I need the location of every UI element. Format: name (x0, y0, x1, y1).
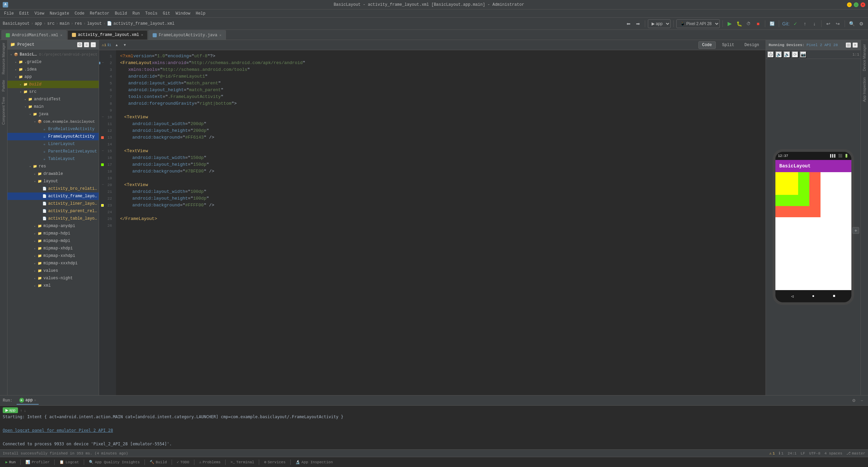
menu-view[interactable]: View (32, 11, 47, 17)
git-button[interactable]: Git: (782, 20, 790, 28)
settings-button[interactable]: ⚙ (857, 20, 865, 28)
breadcrumb-app[interactable]: app (35, 21, 42, 26)
breadcrumb-layout[interactable]: layout (87, 21, 102, 26)
git-pull[interactable]: ↓ (810, 20, 818, 28)
git-commit[interactable]: ✓ (791, 20, 799, 28)
code-lines-content[interactable]: <?xml version="1.0" encoding="utf-8"?> <… (116, 50, 766, 395)
tree-item-table-xml[interactable]: ▸ 📄 activity_table_layout.xml (7, 215, 99, 222)
breadcrumb-file[interactable]: activity_frame_layout.xml (113, 21, 174, 26)
tab-framelayout-xml-close[interactable]: ✕ (141, 33, 143, 37)
tree-item-drawable[interactable]: ▸ 📁 drawable (7, 170, 99, 178)
tree-item-frame-xml[interactable]: ▸ 📄 activity_frame_layout.xml (7, 192, 99, 200)
git-push[interactable]: ↑ (801, 20, 809, 28)
device-dropdown[interactable]: 📱 Pixel 2 API 28 (676, 19, 720, 28)
breadcrumb-src[interactable]: src (47, 21, 55, 26)
tab-framelayout-java-close[interactable]: ✕ (219, 33, 221, 37)
app-dropdown[interactable]: ▶ app (648, 19, 671, 28)
device-rotate[interactable]: ⟳ (792, 51, 798, 58)
right-tab-app-inspection[interactable]: App Inspection (861, 75, 868, 105)
run-tab-app[interactable]: ▶ app ✕ (17, 397, 39, 405)
tree-item-res[interactable]: ▾ 📁 res (7, 163, 99, 170)
code-content[interactable]: 1 − 2 3 4 5 6 7 8 9 − 10 11 12 (99, 50, 766, 395)
tree-item-build[interactable]: ▸ 📁 build (7, 81, 99, 88)
device-vol-up[interactable]: 🔊 (775, 51, 782, 58)
menu-navigate[interactable]: Navigate (47, 11, 72, 17)
menu-edit[interactable]: Edit (17, 11, 32, 17)
device-power-btn[interactable]: ⏻ (767, 51, 774, 58)
taskbar-app-quality[interactable]: 🔍 App Quality Insights (86, 459, 142, 465)
toolbar-forward-button[interactable]: ➡ (634, 20, 642, 28)
menu-tools[interactable]: Tools (142, 11, 160, 17)
tree-item-main[interactable]: ▾ 📁 main (7, 103, 99, 110)
breadcrumb-res[interactable]: res (75, 21, 82, 26)
device-name[interactable]: Pixel 2 API 28 (807, 43, 838, 47)
run-minimize-btn[interactable]: − (859, 397, 865, 404)
device-fullscreen-btn[interactable]: ⊞ (846, 42, 851, 48)
device-close-btn[interactable]: ✕ (852, 42, 858, 48)
undo-button[interactable]: ↩ (824, 20, 832, 28)
run-down-btn[interactable]: ↓ (24, 408, 26, 412)
taskbar-run[interactable]: ▶ Run (3, 459, 18, 465)
menu-git[interactable]: Git (160, 11, 173, 17)
tree-item-idea[interactable]: ▸ 📁 .idea (7, 66, 99, 73)
left-tab-resource-manager[interactable]: Resource Manager (0, 40, 7, 77)
tree-item-parent[interactable]: ▸ ☕ ParentRelativeLayout (7, 148, 99, 155)
view-code-button[interactable]: Code (698, 41, 716, 49)
tab-androidmanifest-close[interactable]: ✕ (60, 33, 62, 37)
taskbar-services[interactable]: ⚙ Services (261, 459, 288, 465)
search-button[interactable]: 🔍 (848, 20, 856, 28)
panel-icon-gear[interactable]: ⚙ (77, 42, 82, 47)
tree-item-liner-xml[interactable]: ▸ 📄 activity_liner_layout.xml (7, 200, 99, 207)
panel-icon-menu[interactable]: ≡ (84, 42, 89, 47)
left-tab-component-tree[interactable]: Component Tree (0, 94, 7, 127)
phone-nav-home[interactable]: ● (810, 293, 816, 300)
device-vol-down[interactable]: 🔉 (784, 51, 790, 58)
breadcrumb-basiclayout[interactable]: BasicLayout (3, 21, 30, 26)
taskbar-build[interactable]: 🔨 Build (147, 459, 170, 465)
phone-nav-recents[interactable]: ■ (831, 293, 837, 300)
tree-item-mipmap-hdpi[interactable]: ▸ 📁 mipmap-hdpi (7, 230, 99, 237)
taskbar-todo[interactable]: ✓ TODO (174, 459, 192, 465)
tree-item-bro-xml[interactable]: ▸ 📄 activity_bro_relative.xml (7, 185, 99, 192)
menu-window[interactable]: Window (173, 11, 193, 17)
profile-button[interactable]: ⏱ (745, 20, 753, 28)
panel-icon-minimize[interactable]: − (91, 42, 96, 47)
debug-button[interactable]: 🐛 (735, 20, 743, 28)
minimize-button[interactable]: − (847, 2, 852, 7)
stop-button[interactable]: ■ (754, 20, 762, 28)
toolbar-back-button[interactable]: ⬅ (624, 20, 633, 28)
menu-run[interactable]: Run (130, 11, 142, 17)
run-tab-close[interactable]: ✕ (34, 398, 36, 402)
tree-item-parent-xml[interactable]: ▸ 📄 activity_parent_relative.xml (7, 207, 99, 215)
taskbar-logcat[interactable]: 📋 Logcat (57, 459, 82, 465)
taskbar-terminal[interactable]: >_ Terminal (228, 459, 257, 465)
view-split-button[interactable]: Split (718, 41, 738, 49)
nav-down-btn[interactable]: ▼ (121, 41, 129, 49)
tree-item-mipmap-anydpi[interactable]: ▸ 📁 mipmap-anydpi (7, 222, 99, 230)
run-button[interactable]: ▶ (726, 20, 734, 28)
taskbar-app-inspection[interactable]: 🔬 App Inspection (293, 459, 335, 465)
menu-file[interactable]: File (1, 11, 17, 17)
sync-button[interactable]: 🔄 (768, 20, 776, 28)
menu-code[interactable]: Code (72, 11, 87, 17)
breadcrumb-main[interactable]: main (60, 21, 70, 26)
tree-item-xml[interactable]: ▸ 📁 xml (7, 282, 99, 289)
run-up-btn[interactable]: ↑ (20, 408, 22, 412)
tree-item-mipmap-xxxhdpi[interactable]: ▸ 📁 mipmap-xxxhdpi (7, 260, 99, 267)
tree-item-src[interactable]: ▾ 📁 src (7, 88, 99, 96)
tree-item-liner[interactable]: ▸ ☕ LinerLayout (7, 140, 99, 148)
logcat-link[interactable]: Open logcat panel for emulator Pixel 2 A… (3, 428, 113, 433)
menu-build[interactable]: Build (112, 11, 130, 17)
device-screenshot[interactable]: 📷 (800, 51, 807, 58)
left-tab-palette[interactable]: Palette (0, 77, 7, 94)
redo-button[interactable]: ↪ (834, 20, 842, 28)
run-settings-btn[interactable]: ⚙ (850, 397, 857, 404)
view-design-button[interactable]: Design (741, 41, 763, 49)
taskbar-problems[interactable]: ⚠ Problems (196, 459, 223, 465)
tree-item-gradle[interactable]: ▸ 📁 .gradle (7, 58, 99, 66)
close-button[interactable]: ✕ (861, 2, 865, 7)
tree-item-framelayout[interactable]: ▸ ☕ FrameLayoutActivity (7, 133, 99, 140)
phone-nav-back[interactable]: ◁ (789, 293, 796, 300)
tree-item-values[interactable]: ▸ 📁 values (7, 267, 99, 275)
tree-item-table[interactable]: ▸ ☕ TableLayout (7, 155, 99, 163)
